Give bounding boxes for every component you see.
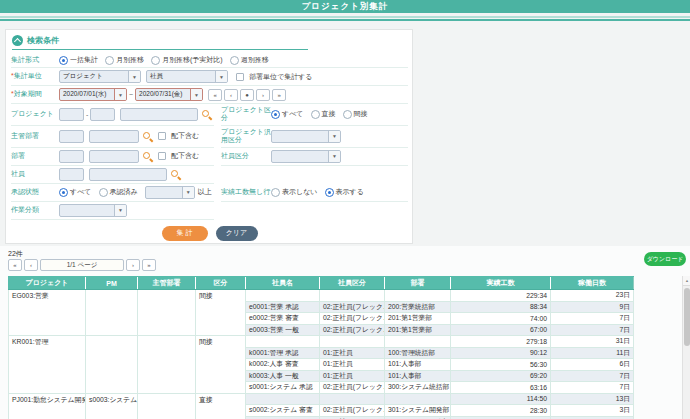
radio-monthly[interactable]: 月別推移 xyxy=(105,55,144,65)
radio-icon xyxy=(325,188,334,197)
col-kubun: 区分 xyxy=(196,277,246,290)
radio-icon xyxy=(343,110,352,119)
supervising-dept-cell xyxy=(138,393,196,419)
approval-suffix: 以上 xyxy=(198,187,212,197)
panel-title: 検索条件 xyxy=(27,35,59,46)
download-button[interactable]: ダウンロード xyxy=(644,252,686,266)
radio-icon xyxy=(311,110,320,119)
page-last-button[interactable]: » xyxy=(142,259,156,271)
employee-kubun-cell xyxy=(320,393,385,405)
period-prev-button[interactable]: ‹ xyxy=(224,89,238,101)
project-code1-input[interactable] xyxy=(59,108,84,121)
radio-batch[interactable]: 一括集計 xyxy=(59,55,98,65)
project-name-input[interactable] xyxy=(120,108,198,121)
search-icon[interactable] xyxy=(142,151,153,162)
total-hours-cell: 279:18 xyxy=(451,336,551,348)
search-icon[interactable] xyxy=(142,131,153,142)
period-next-button[interactable]: › xyxy=(256,89,270,101)
row-employee-spacer xyxy=(221,166,408,184)
radio-icon xyxy=(230,56,239,65)
chevron-down-icon: ▼ xyxy=(182,187,194,198)
row-project-general-kubun: プロジェクト汎用区分 ▼ xyxy=(221,126,408,148)
period-first-button[interactable]: « xyxy=(208,89,222,101)
dept-unit-checkbox[interactable]: 部署単位で集計する xyxy=(236,72,313,82)
supervising-dept-name-input[interactable] xyxy=(89,130,139,143)
row-project-kubun: プロジェクト区分 すべて 直接 間接 xyxy=(221,104,408,126)
supervising-dept-cell xyxy=(138,290,196,336)
supervising-dept-cell xyxy=(138,336,196,394)
row-approval-state: 承認状態 すべて 承認済み ▼ 以上 xyxy=(11,184,214,202)
page-next-button[interactable]: › xyxy=(126,259,140,271)
scrollbar-thumb[interactable] xyxy=(684,288,690,346)
radio-approved[interactable]: 承認済み xyxy=(99,187,138,197)
row-work-category-spacer xyxy=(221,202,408,220)
search-icon[interactable] xyxy=(170,169,181,180)
employee-code-input[interactable] xyxy=(59,168,84,181)
dept-code-input[interactable] xyxy=(59,150,84,163)
aggregate-button[interactable]: 集 計 xyxy=(162,226,208,241)
employee-name-cell: e0001:営業 承認 xyxy=(246,301,320,313)
dept-cell: 201:第1営業部 xyxy=(385,324,451,336)
period-to-select[interactable]: 2020/07/31(金)▼ xyxy=(135,88,203,101)
col-employee-name: 社員名 xyxy=(246,277,320,290)
radio-approval-all[interactable]: すべて xyxy=(59,187,92,197)
employee-kubun-cell: 02:正社員(フレック… xyxy=(320,405,385,417)
row-aggregation-method: 集計形式 一括集計 月別推移 月別推移(予実対比) 週別推移 xyxy=(11,53,408,68)
employee-kubun-select[interactable]: ▼ xyxy=(271,150,341,163)
hyphen: - xyxy=(86,111,88,118)
days-cell: 11日 xyxy=(551,347,634,359)
vertical-scrollbar[interactable]: ▲ xyxy=(682,276,690,419)
clear-button[interactable]: クリア xyxy=(216,226,258,241)
radio-direct[interactable]: 直接 xyxy=(311,109,336,119)
radio-hide[interactable]: 表示しない xyxy=(271,187,318,197)
page: プロジェクト別集計 検索条件 集計形式 一括集計 月別推移 月別推移(予実対比)… xyxy=(0,0,690,419)
employee-name-cell: s0002:システム 審査 xyxy=(246,405,320,417)
project-code2-input[interactable] xyxy=(90,108,115,121)
period-current-button[interactable]: ● xyxy=(240,89,254,101)
unit1-select[interactable]: プロジェクト▼ xyxy=(59,70,141,83)
work-category-label: 作業分類 xyxy=(11,206,59,214)
project-cell: EG003:営業 xyxy=(9,290,86,336)
include-sub-checkbox[interactable]: 配下含む xyxy=(158,151,199,161)
days-cell: 7日 xyxy=(551,324,634,336)
app-header: プロジェクト別集計 xyxy=(0,0,690,13)
page-prev-button[interactable]: ‹ xyxy=(24,259,38,271)
unit2-select[interactable]: 社員▼ xyxy=(146,70,228,83)
work-category-select[interactable]: ▼ xyxy=(59,204,127,217)
dept-name-input[interactable] xyxy=(89,150,139,163)
period-from-select[interactable]: 2020/07/01(水)▼ xyxy=(59,88,127,101)
radio-all[interactable]: すべて xyxy=(271,109,304,119)
approval-level-select[interactable]: ▼ xyxy=(145,186,195,199)
radio-icon xyxy=(59,188,68,197)
employee-name-input[interactable] xyxy=(89,168,167,181)
search-icon[interactable] xyxy=(201,109,212,120)
project-general-kubun-label: プロジェクト汎用区分 xyxy=(221,128,271,145)
radio-icon xyxy=(271,188,280,197)
employee-kubun-cell xyxy=(320,290,385,302)
total-hours-cell: 114:50 xyxy=(451,393,551,405)
include-sub-checkbox[interactable]: 配下含む xyxy=(158,131,199,141)
row-supervising-dept: 主管部署 配下含む xyxy=(11,126,214,148)
kubun-cell: 間接 xyxy=(196,336,246,394)
period-last-button[interactable]: » xyxy=(272,89,286,101)
employee-name-cell: e0003:営業 一般 xyxy=(246,324,320,336)
dept-cell xyxy=(385,290,451,302)
panel-header[interactable]: 検索条件 xyxy=(6,30,412,49)
employee-kubun-cell: 01:正社員 xyxy=(320,359,385,371)
radio-monthly-plan[interactable]: 月別推移(予実対比) xyxy=(151,55,223,65)
pm-cell: s0003:システム… xyxy=(86,393,138,419)
page-first-button[interactable]: « xyxy=(8,259,22,271)
employee-kubun-cell: 02:正社員(フレック… xyxy=(320,324,385,336)
scroll-up-icon[interactable]: ▲ xyxy=(683,276,690,286)
radio-show[interactable]: 表示する xyxy=(325,187,364,197)
chevron-down-icon: ▼ xyxy=(328,151,340,162)
col-pm: PM xyxy=(86,277,138,290)
project-kubun-label: プロジェクト区分 xyxy=(221,106,271,123)
header-divider-dark xyxy=(0,19,690,21)
radio-weekly[interactable]: 週別推移 xyxy=(230,55,269,65)
project-general-kubun-select[interactable]: ▼ xyxy=(271,130,341,143)
employee-name-cell xyxy=(246,336,320,348)
radio-indirect[interactable]: 間接 xyxy=(343,109,368,119)
supervising-dept-code-input[interactable] xyxy=(59,130,84,143)
collapse-icon[interactable] xyxy=(12,35,23,46)
